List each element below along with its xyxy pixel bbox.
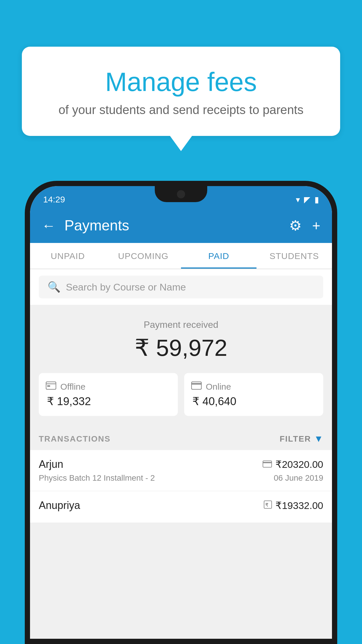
status-time: 14:29 bbox=[43, 195, 65, 204]
tab-paid[interactable]: PAID bbox=[181, 243, 256, 269]
transaction-row-bottom: Physics Batch 12 Installment - 2 06 June… bbox=[39, 473, 323, 483]
phone-notch bbox=[155, 186, 207, 202]
transaction-date: 06 June 2019 bbox=[274, 473, 323, 483]
online-card: Online ₹ 40,640 bbox=[184, 373, 323, 416]
phone-screen: 14:29 ▾ ◤ ▮ ← Payments ⚙ + UNPAID UPCOMI… bbox=[30, 186, 332, 639]
transactions-header: TRANSACTIONS FILTER ▼ bbox=[30, 425, 332, 450]
payment-received-label: Payment received bbox=[39, 319, 323, 330]
app-bar-actions: ⚙ + bbox=[289, 217, 320, 234]
tab-upcoming[interactable]: UPCOMING bbox=[106, 243, 181, 269]
transaction-detail: Physics Batch 12 Installment - 2 bbox=[39, 473, 155, 483]
online-label: Online bbox=[206, 382, 231, 392]
search-icon: 🔍 bbox=[48, 281, 61, 293]
filter-label: FILTER bbox=[280, 434, 311, 444]
online-card-header: Online bbox=[191, 381, 316, 392]
back-button[interactable]: ← bbox=[42, 218, 56, 234]
filter-section[interactable]: FILTER ▼ bbox=[280, 433, 323, 444]
offline-card: Offline ₹ 19,332 bbox=[39, 373, 178, 416]
payment-breakdown: Offline ₹ 19,332 Online ₹ 4 bbox=[39, 373, 323, 416]
phone-frame: 14:29 ▾ ◤ ▮ ← Payments ⚙ + UNPAID UPCOMI… bbox=[25, 181, 337, 644]
status-icons: ▾ ◤ ▮ bbox=[296, 195, 319, 204]
transaction-amount: ₹19332.00 bbox=[275, 500, 323, 511]
payment-total: ₹ 59,972 bbox=[39, 334, 323, 361]
settings-icon[interactable]: ⚙ bbox=[289, 217, 302, 234]
cash-payment-icon: ₹ bbox=[264, 501, 272, 511]
speech-bubble: Manage fees of your students and send re… bbox=[22, 47, 340, 136]
offline-amount: ₹ 19,332 bbox=[46, 395, 171, 408]
wifi-icon: ▾ bbox=[296, 195, 300, 204]
transaction-amount-section: ₹20320.00 bbox=[263, 459, 323, 470]
bubble-subtitle: of your students and send receipts to pa… bbox=[39, 103, 323, 117]
svg-rect-3 bbox=[191, 382, 201, 389]
svg-text:₹: ₹ bbox=[265, 503, 268, 508]
transaction-name: Arjun bbox=[39, 458, 63, 470]
transaction-amount: ₹20320.00 bbox=[275, 459, 323, 470]
phone-camera bbox=[177, 190, 185, 198]
app-bar: ← Payments ⚙ + bbox=[30, 208, 332, 243]
payment-summary: Payment received ₹ 59,972 Offline bbox=[30, 305, 332, 425]
page-title: Payments bbox=[64, 217, 280, 234]
online-amount: ₹ 40,640 bbox=[191, 395, 316, 408]
offline-card-header: Offline bbox=[46, 381, 171, 392]
transaction-name: Anupriya bbox=[39, 499, 80, 512]
transaction-row-top: Anupriya ₹ ₹19332.00 bbox=[39, 499, 323, 512]
transaction-amount-section: ₹ ₹19332.00 bbox=[264, 500, 323, 511]
add-icon[interactable]: + bbox=[312, 218, 320, 234]
signal-icon: ◤ bbox=[304, 195, 310, 204]
filter-icon: ▼ bbox=[314, 433, 323, 444]
battery-icon: ▮ bbox=[314, 195, 319, 204]
table-row[interactable]: Anupriya ₹ ₹19332.00 bbox=[30, 491, 332, 523]
tab-bar: UNPAID UPCOMING PAID STUDENTS bbox=[30, 243, 332, 269]
table-row[interactable]: Arjun ₹20320.00 Physics Batch 12 Install… bbox=[30, 450, 332, 491]
svg-rect-5 bbox=[263, 461, 272, 467]
offline-label: Offline bbox=[60, 382, 85, 392]
tab-students[interactable]: STUDENTS bbox=[256, 243, 332, 269]
tab-unpaid[interactable]: UNPAID bbox=[30, 243, 106, 269]
transaction-row-top: Arjun ₹20320.00 bbox=[39, 458, 323, 470]
transactions-label: TRANSACTIONS bbox=[39, 434, 110, 444]
card-payment-icon bbox=[263, 459, 272, 470]
search-container: 🔍 Search by Course or Name bbox=[30, 269, 332, 305]
svg-rect-2 bbox=[47, 385, 50, 387]
search-input[interactable]: Search by Course or Name bbox=[66, 281, 186, 293]
online-icon bbox=[191, 381, 202, 392]
transaction-list: Arjun ₹20320.00 Physics Batch 12 Install… bbox=[30, 450, 332, 523]
search-box[interactable]: 🔍 Search by Course or Name bbox=[39, 276, 323, 298]
offline-icon bbox=[46, 381, 56, 392]
bubble-title: Manage fees bbox=[39, 67, 323, 97]
